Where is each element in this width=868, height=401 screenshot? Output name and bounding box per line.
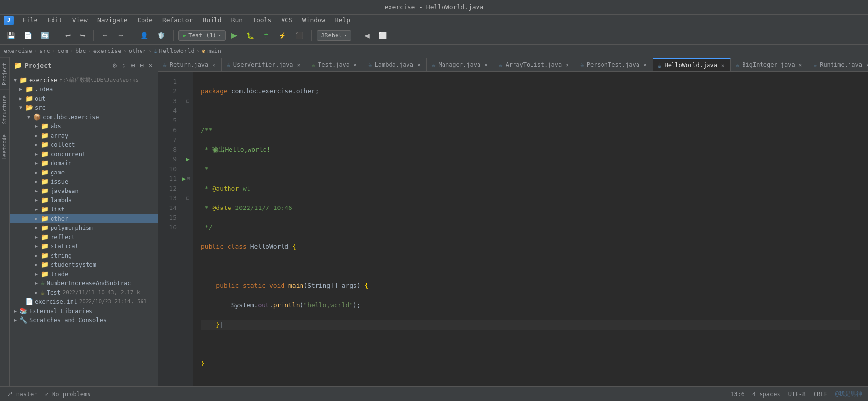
tree-idea[interactable]: ▶ 📁 .idea [10, 85, 158, 94]
status-encoding[interactable]: UTF-8 [788, 391, 806, 398]
tree-number-increase[interactable]: ▶ ☕ NumberIncreaseAndSubtrac [10, 279, 158, 288]
tree-collect[interactable]: ▶ 📁 collect [10, 140, 158, 149]
menu-window[interactable]: Window [299, 16, 329, 25]
tab-helloworld-close[interactable]: ✕ [720, 62, 726, 69]
tree-other[interactable]: ▶ 📁 other [10, 214, 158, 223]
tab-biginteger-java[interactable]: ☕ BigInteger.java ✕ [731, 58, 809, 71]
tree-statical[interactable]: ▶ 📁 statical [10, 242, 158, 251]
debug-button[interactable]: 🐛 [243, 30, 257, 41]
stop-button[interactable]: ⬛ [292, 30, 306, 41]
project-scroll-icon[interactable]: ↕ [121, 60, 126, 70]
tree-game[interactable]: ▶ 📁 game [10, 168, 158, 177]
tab-return-close[interactable]: ✕ [211, 62, 216, 68]
structure-tab[interactable]: Structure [0, 90, 9, 129]
menu-build[interactable]: Build [199, 16, 226, 25]
tab-userverifier-java[interactable]: ☕ UserVerifier.java ✕ [222, 58, 306, 71]
status-line-separator[interactable]: CRLF [814, 391, 828, 398]
tab-userverifier-close[interactable]: ✕ [296, 62, 301, 68]
menu-tools[interactable]: Tools [248, 16, 275, 25]
tree-out[interactable]: ▶ 📁 out [10, 94, 158, 103]
tree-domain[interactable]: ▶ 📁 domain [10, 158, 158, 168]
run-config-dropdown[interactable]: ▶ Test (1) ▾ [178, 30, 226, 41]
tree-concurrent[interactable]: ▶ 📁 concurrent [10, 149, 158, 158]
status-git[interactable]: ⎇ master [6, 391, 37, 398]
tree-polymorphism[interactable]: ▶ 📁 polymorphism [10, 223, 158, 232]
tree-studentsystem[interactable]: ▶ 📁 studentsystem [10, 260, 158, 269]
prev-occurrence-button[interactable]: ◀ [361, 30, 372, 41]
tree-scratches[interactable]: ▶ 🔧 Scratches and Consoles [10, 315, 158, 325]
status-position[interactable]: 13:6 [730, 391, 744, 398]
menu-code[interactable]: Code [134, 16, 157, 25]
project-collapse-icon[interactable]: ⊟ [139, 60, 144, 70]
bc-exercise2[interactable]: exercise [93, 48, 122, 54]
menu-vcs[interactable]: VCS [277, 16, 296, 25]
bc-src[interactable]: src [39, 48, 50, 54]
tree-test[interactable]: ▶ ☕ Test 2022/11/11 10:43, 2.17 k [10, 288, 158, 297]
tab-lambda-java[interactable]: ☕ Lambda.java ✕ [363, 58, 427, 71]
menu-file[interactable]: File [18, 16, 41, 25]
status-problems[interactable]: ✓ No problems [45, 391, 91, 398]
redo-button[interactable]: ↪ [77, 30, 89, 41]
profile-button[interactable]: ⚡ [275, 30, 289, 41]
menu-edit[interactable]: Edit [43, 16, 66, 25]
forward-button[interactable]: → [114, 30, 127, 41]
project-close-icon[interactable]: ✕ [148, 60, 154, 70]
tab-lambda-close[interactable]: ✕ [416, 62, 422, 68]
run-coverage-button[interactable]: ☂ [260, 30, 272, 41]
tree-javabean[interactable]: ▶ 📁 javabean [10, 186, 158, 195]
tab-runtime-close[interactable]: ✕ [865, 62, 868, 68]
tree-exercise-iml[interactable]: ▶ 📄 exercise.iml 2022/10/23 21:14, 561 [10, 297, 158, 306]
tab-arraytolist-close[interactable]: ✕ [565, 62, 570, 68]
bc-bbc[interactable]: bbc [75, 48, 86, 54]
code-content[interactable]: package com.bbc.exercise.other; /** * 输出… [193, 72, 868, 386]
tree-issue[interactable]: ▶ 📁 issue [10, 177, 158, 186]
bc-helloworld[interactable]: HelloWorld [159, 48, 194, 54]
status-indent[interactable]: 4 spaces [752, 391, 780, 398]
tab-manager-close[interactable]: ✕ [483, 62, 489, 68]
bc-main[interactable]: main [207, 48, 221, 54]
project-gear-icon[interactable]: ⚙ [112, 60, 118, 70]
code-editor[interactable]: 1 2 3 4 5 6 7 8 9 10 11 12 13 14 15 16 [158, 72, 868, 386]
save-button[interactable]: 💾 [4, 30, 18, 41]
tree-trade[interactable]: ▶ 📁 trade [10, 269, 158, 279]
new-file-button[interactable]: 📄 [21, 30, 35, 41]
tab-persontest-close[interactable]: ✕ [642, 62, 648, 68]
tab-helloworld-java[interactable]: ☕ HelloWorld.java ✕ [653, 58, 731, 71]
tree-com-bbc-exercise[interactable]: ▼ 📦 com.bbc.exercise [10, 112, 158, 122]
project-tab[interactable]: Project [0, 57, 9, 90]
tab-arraytolist-java[interactable]: ☕ ArrayToList.java ✕ [494, 58, 575, 71]
run-with-coverage-button[interactable]: 🛡️ [154, 30, 168, 41]
tree-abs[interactable]: ▶ 📁 abs [10, 122, 158, 131]
synchronize-button[interactable]: 🔄 [38, 30, 52, 41]
next-occurrence-button[interactable]: ⬜ [375, 30, 390, 41]
tree-reflect[interactable]: ▶ 📁 reflect [10, 232, 158, 242]
tab-test-java[interactable]: ☕ Test.java ✕ [306, 58, 363, 71]
jrebel-dropdown[interactable]: JRebel ▾ [317, 30, 351, 41]
menu-run[interactable]: Run [228, 16, 247, 25]
tab-persontest-java[interactable]: ☕ PersonTest.java ✕ [575, 58, 653, 71]
tree-lambda[interactable]: ▶ 📁 lambda [10, 195, 158, 205]
tree-exercise-root[interactable]: ▼ 📁 exercise F:\编程数据\IDE\Java\works [10, 75, 158, 85]
tree-external-libs[interactable]: ▶ 📚 External Libraries [10, 306, 158, 315]
back-button[interactable]: ← [99, 30, 111, 41]
tree-string[interactable]: ▶ 📁 string [10, 251, 158, 260]
project-expand-icon[interactable]: ⊞ [130, 60, 136, 70]
bc-com[interactable]: com [57, 48, 68, 54]
tree-src[interactable]: ▼ 📂 src [10, 103, 158, 112]
menu-navigate[interactable]: Navigate [93, 16, 132, 25]
bc-exercise[interactable]: exercise [4, 48, 32, 54]
menu-help[interactable]: Help [331, 16, 354, 25]
tab-biginteger-close[interactable]: ✕ [798, 62, 803, 68]
tab-runtime-java[interactable]: ☕ Runtime.java ✕ [808, 58, 868, 71]
tree-array[interactable]: ▶ 📁 array [10, 131, 158, 140]
tab-return-java[interactable]: ☕ Return.java ✕ [158, 58, 222, 71]
undo-button[interactable]: ↩ [62, 30, 74, 41]
leetcode-tab[interactable]: Leetcode [0, 129, 9, 165]
tab-manager-java[interactable]: ☕ Manager.java ✕ [427, 58, 494, 71]
menu-refactor[interactable]: Refactor [159, 16, 197, 25]
tree-list[interactable]: ▶ 📁 list [10, 205, 158, 214]
menu-view[interactable]: View [69, 16, 91, 25]
tab-test-close[interactable]: ✕ [353, 62, 358, 68]
update-project-button[interactable]: 👤 [137, 30, 151, 41]
run-button[interactable]: ▶ [229, 29, 240, 42]
